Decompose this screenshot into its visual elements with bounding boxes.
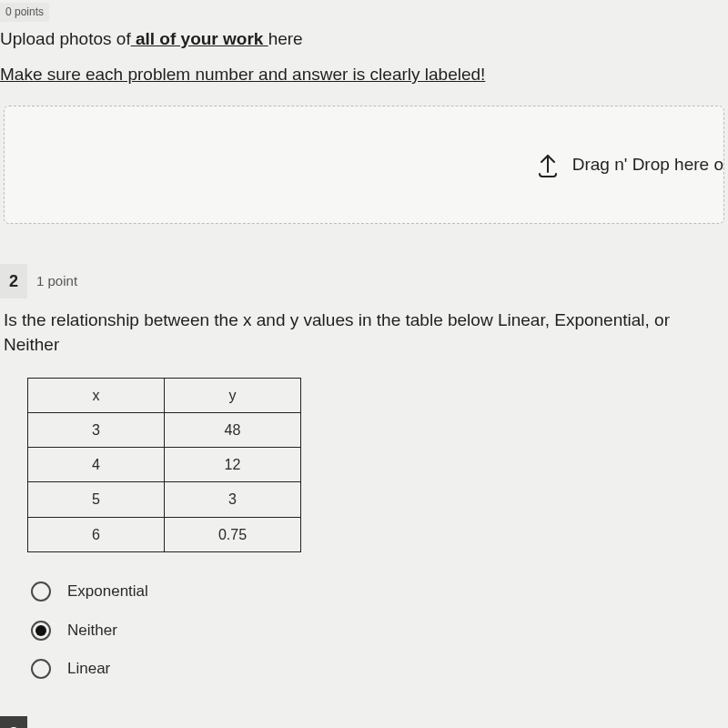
answer-choices: Exponential Neither Linear xyxy=(31,572,728,689)
radio-icon xyxy=(31,621,51,641)
choice-label: Neither xyxy=(67,620,117,642)
underlined-text: all of your work xyxy=(131,29,268,48)
cell: 12 xyxy=(165,448,301,482)
cell: 0.75 xyxy=(165,517,301,551)
radio-icon xyxy=(31,581,51,602)
cell: 6 xyxy=(28,517,165,551)
question-number: 2 xyxy=(0,264,27,298)
instruction-line-2: Make sure each problem number and answer… xyxy=(0,58,728,100)
instruction-line-1: Upload photos of all of your work here xyxy=(0,23,728,59)
table-row: 6 0.75 xyxy=(28,517,301,551)
cell: 48 xyxy=(165,413,301,448)
question-header: 2 1 point xyxy=(0,264,728,298)
data-table: x y 3 48 4 12 5 3 6 0.75 xyxy=(27,378,301,552)
question-number: 3 xyxy=(0,716,27,728)
question-stem: Is the relationship between the x and y … xyxy=(0,298,728,374)
table-row: 3 48 xyxy=(28,413,301,448)
cell: 3 xyxy=(165,482,301,517)
choice-exponential[interactable]: Exponential xyxy=(31,572,728,612)
question-header: 3 1 point xyxy=(0,716,728,728)
question-2: 2 1 point Is the relationship between th… xyxy=(0,264,728,689)
upload-section: 0 points Upload photos of all of your wo… xyxy=(0,0,728,224)
cell: 4 xyxy=(28,448,165,482)
choice-label: Linear xyxy=(67,658,110,681)
question-points: 1 point xyxy=(36,271,77,291)
upload-icon xyxy=(536,152,560,177)
choice-linear[interactable]: Linear xyxy=(31,650,728,689)
dropzone-inner: Drag n' Drop here o xyxy=(536,152,723,177)
table-header-row: x y xyxy=(28,378,301,412)
question-points: 1 point xyxy=(36,723,77,728)
text: here xyxy=(268,29,303,48)
cell: 3 xyxy=(28,413,165,448)
choice-label: Exponential xyxy=(67,581,148,603)
table-row: 5 3 xyxy=(28,482,301,517)
table-row: 4 12 xyxy=(28,448,301,482)
question-3: 3 1 point What is the exponential equati… xyxy=(0,716,728,728)
dropzone-label: Drag n' Drop here o xyxy=(572,152,723,177)
radio-icon xyxy=(31,659,51,679)
file-dropzone[interactable]: Drag n' Drop here o xyxy=(4,106,724,224)
col-x: x xyxy=(28,378,165,412)
col-y: y xyxy=(165,378,301,412)
choice-neither[interactable]: Neither xyxy=(31,612,728,651)
cell: 5 xyxy=(28,482,165,517)
points-tag: 0 points xyxy=(0,3,49,22)
text: Upload photos of xyxy=(0,29,131,48)
